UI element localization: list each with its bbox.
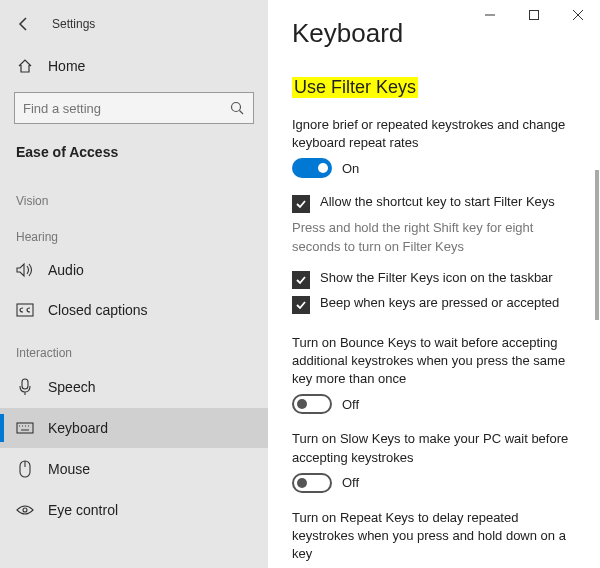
allow-shortcut-help: Press and hold the right Shift key for e… — [292, 219, 576, 255]
checkmark-icon — [292, 195, 310, 213]
filter-keys-toggle-label: On — [342, 161, 359, 176]
section-interaction: Interaction — [0, 330, 268, 366]
main-content: Keyboard Use Filter Keys Ignore brief or… — [268, 0, 600, 568]
nav-item-eye-control[interactable]: Eye control — [0, 490, 268, 530]
show-icon-label: Show the Filter Keys icon on the taskbar — [320, 270, 553, 285]
maximize-button[interactable] — [512, 0, 556, 30]
scrollbar-thumb[interactable] — [595, 170, 599, 320]
eye-icon — [16, 504, 34, 516]
beep-checkbox[interactable]: Beep when keys are pressed or accepted — [292, 295, 576, 314]
svg-rect-4 — [17, 423, 33, 433]
mouse-icon — [16, 460, 34, 478]
nav-item-mouse[interactable]: Mouse — [0, 448, 268, 490]
svg-line-1 — [240, 111, 244, 115]
nav-item-label: Audio — [48, 262, 84, 278]
section-vision: Vision — [0, 178, 268, 214]
bounce-keys-toggle[interactable] — [292, 394, 332, 414]
home-icon — [16, 58, 34, 74]
nav-home-label: Home — [48, 58, 85, 74]
search-box[interactable] — [14, 92, 254, 124]
keyboard-icon — [16, 422, 34, 434]
svg-rect-2 — [17, 304, 33, 316]
svg-rect-14 — [530, 11, 539, 20]
nav-item-label: Speech — [48, 379, 95, 395]
beep-label: Beep when keys are pressed or accepted — [320, 295, 559, 310]
svg-point-12 — [23, 508, 27, 512]
category-header: Ease of Access — [0, 138, 268, 178]
filter-keys-toggle[interactable] — [292, 158, 332, 178]
slow-keys-desc: Turn on Slow Keys to make your PC wait b… — [292, 430, 576, 466]
bounce-keys-toggle-label: Off — [342, 397, 359, 412]
section-heading: Use Filter Keys — [292, 77, 418, 98]
nav-item-keyboard[interactable]: Keyboard — [0, 408, 268, 448]
window-controls — [468, 0, 600, 30]
nav-item-label: Keyboard — [48, 420, 108, 436]
search-icon — [229, 100, 245, 116]
nav-item-label: Eye control — [48, 502, 118, 518]
slow-keys-toggle[interactable] — [292, 473, 332, 493]
allow-shortcut-label: Allow the shortcut key to start Filter K… — [320, 194, 555, 209]
titlebar: Settings — [0, 8, 268, 48]
nav-item-audio[interactable]: Audio — [0, 250, 268, 290]
sidebar: Settings Home Ease of Access Vision Hear… — [0, 0, 268, 568]
filter-keys-desc: Ignore brief or repeated keystrokes and … — [292, 116, 576, 152]
slow-keys-toggle-label: Off — [342, 475, 359, 490]
svg-rect-3 — [22, 379, 28, 389]
show-icon-checkbox[interactable]: Show the Filter Keys icon on the taskbar — [292, 270, 576, 289]
back-button[interactable] — [12, 12, 36, 36]
nav-item-speech[interactable]: Speech — [0, 366, 268, 408]
repeat-keys-desc: Turn on Repeat Keys to delay repeated ke… — [292, 509, 576, 564]
checkmark-icon — [292, 271, 310, 289]
nav-item-closed-captions[interactable]: Closed captions — [0, 290, 268, 330]
app-title: Settings — [52, 17, 95, 31]
mic-icon — [16, 378, 34, 396]
nav-item-label: Closed captions — [48, 302, 148, 318]
search-input[interactable] — [23, 101, 229, 116]
nav-home[interactable]: Home — [0, 48, 268, 84]
checkmark-icon — [292, 296, 310, 314]
svg-point-0 — [232, 103, 241, 112]
audio-icon — [16, 262, 34, 278]
minimize-button[interactable] — [468, 0, 512, 30]
close-button[interactable] — [556, 0, 600, 30]
allow-shortcut-checkbox[interactable]: Allow the shortcut key to start Filter K… — [292, 194, 576, 213]
section-hearing: Hearing — [0, 214, 268, 250]
nav-item-label: Mouse — [48, 461, 90, 477]
bounce-keys-desc: Turn on Bounce Keys to wait before accep… — [292, 334, 576, 389]
cc-icon — [16, 303, 34, 317]
